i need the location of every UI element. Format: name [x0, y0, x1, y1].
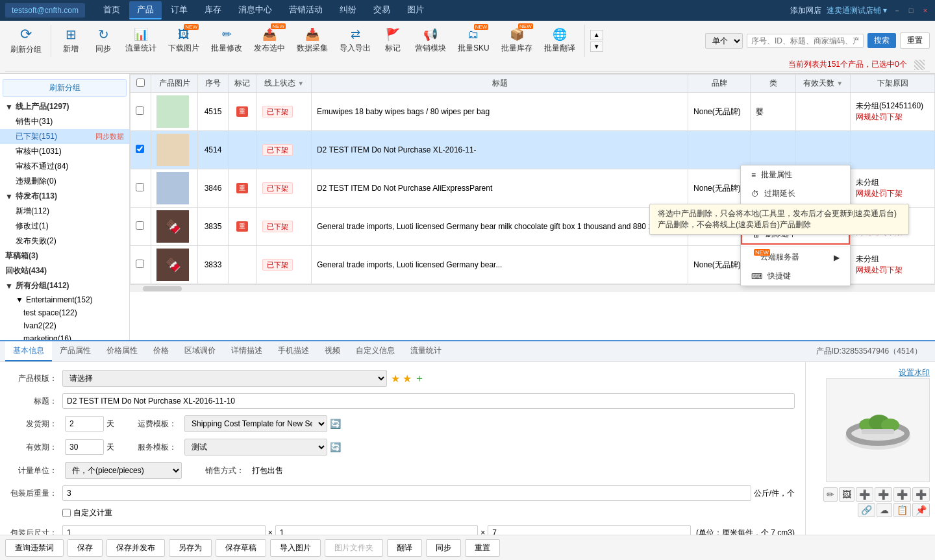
table-row[interactable]: 4514 已下架 D2 TEST ITEM Do Not Purchase XL… — [131, 131, 935, 169]
sidebar-group-draft[interactable]: 草稿箱(3) — [0, 249, 129, 263]
sidebar-item-modified[interactable]: 修改过(1) — [0, 219, 129, 234]
tab-traffic[interactable]: 流量统计 — [403, 341, 449, 361]
nav-home[interactable]: 首页 — [95, 1, 128, 19]
size-h-input[interactable] — [488, 525, 691, 535]
sidebar-item-new[interactable]: 新增(112) — [0, 204, 129, 219]
search-input[interactable] — [747, 34, 864, 48]
img-add-btn-2[interactable]: ➕ — [875, 487, 892, 502]
sidebar-refresh-btn[interactable]: 刷新分组 — [3, 79, 127, 97]
maximize-btn[interactable]: □ — [906, 6, 916, 15]
delivery-input[interactable] — [65, 416, 104, 432]
title-input[interactable] — [62, 393, 795, 409]
search-btn[interactable]: 搜索 — [867, 33, 896, 48]
add-btn[interactable]: ⊞ 新增 — [55, 24, 86, 57]
context-menu-cloud[interactable]: NEW 云端服务器 ▶ — [741, 248, 850, 267]
save-as-btn[interactable]: 另存为 — [169, 539, 212, 557]
validity-input[interactable] — [65, 439, 104, 455]
mark-btn[interactable]: 🚩 标记 — [377, 25, 408, 56]
tab-detail-desc[interactable]: 详情描述 — [223, 341, 270, 361]
sidebar-item-reviewing[interactable]: 审核中(1031) — [0, 144, 129, 159]
custom-weight-checkbox[interactable] — [62, 509, 71, 517]
publish-select-btn[interactable]: 📤 NEW 发布选中 — [249, 25, 290, 56]
batch-translate-btn[interactable]: 🌐 批量翻译 — [539, 25, 580, 56]
unit-select[interactable]: 件，个(piece/pieces) — [65, 462, 182, 479]
sidebar-group-pending[interactable]: ▼ 待发布(113) — [0, 189, 129, 204]
sidebar-item-failed[interactable]: 发布失败(2) — [0, 234, 129, 249]
img-paste-btn[interactable]: 📌 — [912, 503, 930, 517]
batch-sku-btn[interactable]: 🗂 NEW 批量SKU — [453, 25, 495, 56]
row-checkbox[interactable] — [136, 260, 144, 268]
watermark-link[interactable]: 设置水印 — [899, 367, 930, 378]
marketing-btn[interactable]: 📢 营销模块 — [410, 25, 451, 56]
tab-price-attr[interactable]: 价格属性 — [99, 341, 145, 361]
sidebar-item-ivan2[interactable]: Ivan2(22) — [0, 319, 129, 332]
img-copy-btn[interactable]: 📋 — [893, 503, 911, 517]
sidebar-group-recycle[interactable]: 回收站(434) — [0, 263, 129, 278]
warn-badge[interactable]: 重 — [236, 106, 248, 117]
nav-order[interactable]: 订单 — [163, 1, 195, 19]
freight-select[interactable]: Shipping Cost Template for New Sellers — [184, 415, 327, 432]
img-view-btn[interactable]: 🖼 — [839, 487, 854, 502]
warn-badge[interactable]: 重 — [236, 183, 248, 193]
sidebar-item-rejected[interactable]: 审核不通过(84) — [0, 159, 129, 174]
refresh-group-btn[interactable]: ⟳ 刷新分组 — [5, 23, 47, 58]
sidebar-item-entertainment[interactable]: ▼ Entertainment(152) — [0, 293, 129, 306]
img-link-btn[interactable]: 🔗 — [858, 503, 875, 517]
sidebar-item-deleted[interactable]: 违规删除(0) — [0, 174, 129, 189]
data-collect-btn[interactable]: 📥 数据采集 — [292, 25, 333, 56]
import-export-btn[interactable]: ⇄ 导入导出 — [334, 25, 376, 56]
weight-input[interactable] — [62, 485, 751, 501]
size-w-input[interactable] — [275, 525, 479, 535]
size-l-input[interactable] — [62, 525, 266, 535]
query-btn[interactable]: 查询违禁词 — [5, 539, 64, 557]
nav-inventory[interactable]: 库存 — [197, 1, 229, 19]
save-draft-btn[interactable]: 保存草稿 — [216, 539, 266, 557]
add-store-btn[interactable]: 添加网店 — [790, 5, 821, 16]
context-menu-hotkey[interactable]: ⌨ 快捷键 — [741, 267, 850, 286]
toolbar-collapse-up[interactable]: ▲ — [590, 30, 603, 40]
nav-marketing[interactable]: 营销活动 — [281, 1, 330, 19]
sidebar-item-offline[interactable]: 已下架(151) 同步数据 — [0, 129, 129, 144]
download-img-btn[interactable]: 🖼 NEW 下载图片 — [163, 25, 205, 56]
model-select[interactable]: 请选择 — [62, 370, 387, 387]
sync-data-btn[interactable]: 同步数据 — [95, 132, 124, 141]
th-status[interactable]: 线上状态 ▼ — [256, 75, 311, 93]
reset-action-btn[interactable]: 重置 — [465, 539, 500, 557]
context-menu-batch-attr[interactable]: ≡ 批量属性 — [741, 165, 850, 184]
sync-action-btn[interactable]: 同步 — [426, 539, 461, 557]
row-checkbox[interactable] — [136, 106, 144, 115]
save-publish-btn[interactable]: 保存并发布 — [106, 539, 165, 557]
warn-badge[interactable]: 重 — [236, 221, 248, 232]
batch-stock-btn[interactable]: 📦 NEW 批量库存 — [496, 25, 538, 56]
tab-region-price[interactable]: 区域调价 — [177, 341, 223, 361]
sync-btn[interactable]: ↻ 同步 — [88, 24, 119, 57]
row-checkbox[interactable] — [136, 145, 144, 153]
reset-btn[interactable]: 重置 — [900, 32, 930, 49]
img-add-btn-1[interactable]: ➕ — [856, 487, 873, 502]
select-all-checkbox[interactable] — [136, 79, 145, 87]
sidebar-group-all[interactable]: ▼ 所有分组(1412) — [0, 278, 129, 293]
tab-product-attr[interactable]: 产品属性 — [52, 341, 99, 361]
add-icon[interactable]: ＋ — [414, 372, 425, 385]
th-days[interactable]: 有效天数 ▼ — [796, 75, 851, 93]
search-type-select[interactable]: 单个 — [705, 33, 743, 49]
save-btn[interactable]: 保存 — [68, 539, 103, 557]
service-refresh-icon[interactable]: 🔄 — [330, 442, 341, 452]
tab-video[interactable]: 视频 — [317, 341, 348, 361]
translate-btn[interactable]: 翻译 — [387, 539, 422, 557]
minimize-btn[interactable]: － — [892, 6, 901, 15]
star-icon-2[interactable]: ★ — [403, 372, 412, 385]
sidebar-group-online[interactable]: ▼ 线上产品(1297) — [0, 99, 129, 114]
nav-product[interactable]: 产品 — [129, 1, 162, 19]
row-checkbox[interactable] — [136, 183, 144, 191]
img-cloud-btn[interactable]: ☁ — [877, 503, 892, 517]
sidebar-item-mktg[interactable]: marketing(16) — [0, 332, 129, 340]
tab-custom-info[interactable]: 自定义信息 — [348, 341, 403, 361]
freight-refresh-icon[interactable]: 🔄 — [330, 419, 341, 429]
sidebar-item-selling[interactable]: 销售中(31) — [0, 114, 129, 129]
tab-price[interactable]: 价格 — [145, 341, 177, 361]
nav-dispute[interactable]: 纠纷 — [332, 1, 364, 19]
import-img-btn[interactable]: 导入图片 — [270, 539, 321, 557]
img-add-btn-3[interactable]: ➕ — [893, 487, 911, 502]
batch-edit-btn[interactable]: ✏ 批量修改 — [206, 25, 247, 56]
